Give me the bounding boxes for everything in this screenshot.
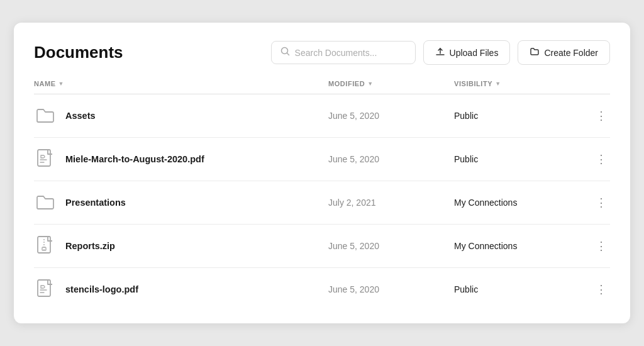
visibility-sort-arrow: ▼ bbox=[495, 81, 501, 87]
zip-icon bbox=[34, 235, 57, 257]
header: Documents Up bbox=[34, 40, 610, 65]
file-name: Presentations bbox=[65, 198, 126, 208]
search-wrap[interactable] bbox=[271, 41, 416, 64]
folder-icon bbox=[34, 104, 57, 127]
visibility-cell: Public bbox=[454, 284, 580, 294]
modified-cell: June 5, 2020 bbox=[328, 154, 454, 164]
table-row[interactable]: stencils-logo.pdf June 5, 2020 Public ⋮ bbox=[34, 268, 610, 311]
file-name: Assets bbox=[65, 111, 96, 121]
pdf-icon bbox=[34, 278, 57, 301]
table-row[interactable]: Reports.zip June 5, 2020 My Connections … bbox=[34, 225, 610, 268]
file-cell: Reports.zip bbox=[34, 235, 328, 257]
modified-cell: June 5, 2020 bbox=[328, 284, 454, 294]
col-name[interactable]: NAME ▼ bbox=[34, 80, 328, 87]
modified-cell: July 2, 2021 bbox=[328, 198, 454, 208]
visibility-cell: Public bbox=[454, 111, 580, 121]
file-cell: stencils-logo.pdf bbox=[34, 278, 328, 301]
file-name: Reports.zip bbox=[65, 241, 115, 251]
search-input[interactable] bbox=[295, 48, 406, 58]
modified-sort-arrow: ▼ bbox=[367, 81, 373, 87]
table-row[interactable]: Presentations July 2, 2021 My Connection… bbox=[34, 181, 610, 225]
pdf-icon bbox=[34, 148, 57, 170]
svg-line-1 bbox=[287, 53, 289, 55]
file-cell: Miele-March-to-August-2020.pdf bbox=[34, 148, 328, 170]
file-name: Miele-March-to-August-2020.pdf bbox=[65, 154, 204, 164]
more-options-button[interactable]: ⋮ bbox=[580, 239, 610, 253]
file-name: stencils-logo.pdf bbox=[65, 284, 138, 294]
more-options-button[interactable]: ⋮ bbox=[580, 152, 610, 166]
table-row[interactable]: Assets June 5, 2020 Public ⋮ bbox=[34, 94, 610, 138]
visibility-cell: Public bbox=[454, 154, 580, 164]
table-row[interactable]: Miele-March-to-August-2020.pdf June 5, 2… bbox=[34, 138, 610, 181]
page-title: Documents bbox=[34, 43, 123, 62]
more-options-button[interactable]: ⋮ bbox=[580, 109, 610, 123]
search-icon bbox=[280, 47, 290, 59]
documents-card: Documents Up bbox=[14, 23, 630, 323]
create-folder-button[interactable]: Create Folder bbox=[518, 40, 610, 65]
col-modified[interactable]: MODIFIED ▼ bbox=[328, 80, 454, 87]
modified-cell: June 5, 2020 bbox=[328, 111, 454, 121]
col-visibility[interactable]: VISIBILITY ▼ bbox=[454, 80, 580, 87]
folder-icon bbox=[34, 191, 57, 214]
more-options-button[interactable]: ⋮ bbox=[580, 282, 610, 296]
table-body: Assets June 5, 2020 Public ⋮ Miele-March… bbox=[34, 94, 610, 311]
upload-icon bbox=[435, 47, 445, 59]
header-actions: Upload Files Create Folder bbox=[271, 40, 610, 65]
visibility-cell: My Connections bbox=[454, 198, 580, 208]
folder-add-icon bbox=[530, 47, 540, 59]
file-cell: Presentations bbox=[34, 191, 328, 214]
more-options-button[interactable]: ⋮ bbox=[580, 196, 610, 209]
upload-files-button[interactable]: Upload Files bbox=[423, 40, 511, 65]
modified-cell: June 5, 2020 bbox=[328, 241, 454, 251]
file-cell: Assets bbox=[34, 104, 328, 127]
visibility-cell: My Connections bbox=[454, 241, 580, 251]
table-header: NAME ▼ MODIFIED ▼ VISIBILITY ▼ bbox=[34, 80, 610, 94]
name-sort-arrow: ▼ bbox=[58, 81, 64, 87]
